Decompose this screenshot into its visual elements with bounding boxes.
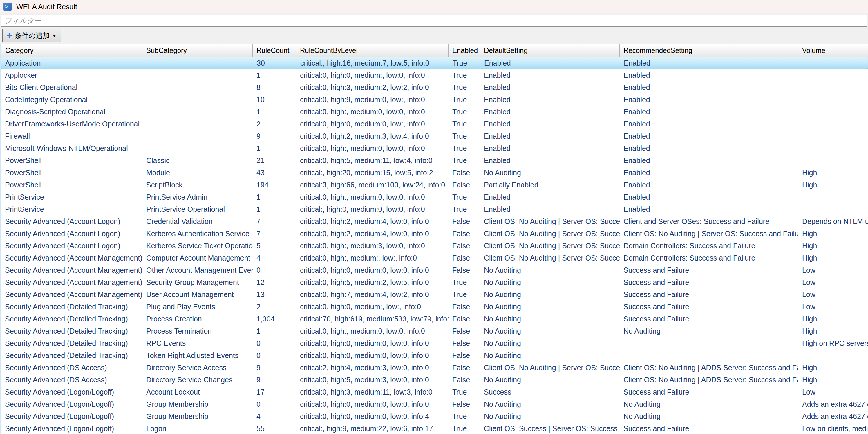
- table-row[interactable]: Security Advanced (DS Access)Directory S…: [1, 374, 868, 386]
- cell-enabled: True: [448, 193, 480, 202]
- table-row[interactable]: PowerShellModule43critical:, high:20, me…: [1, 166, 868, 179]
- cell-subcategory: User Account Management: [143, 290, 253, 299]
- table-row[interactable]: Diagnosis-Scripted Operational1critical:…: [1, 105, 868, 118]
- cell-rule_count: 0: [253, 351, 296, 360]
- cell-subcategory: Other Account Management Events: [143, 266, 253, 274]
- column-header-category[interactable]: Category: [1, 44, 143, 57]
- cell-rule_count_by_level: critical:0, high:, medium:0, low:0, info…: [296, 193, 448, 202]
- cell-rule_count: 7: [253, 217, 296, 226]
- cell-category: Security Advanced (Detailed Tracking): [1, 351, 143, 360]
- cell-rule_count: 21: [253, 156, 296, 165]
- cell-category: PowerShell: [1, 168, 143, 177]
- table-row[interactable]: Microsoft-Windows-NTLM/Operational1criti…: [1, 142, 868, 154]
- cell-default_setting: Client OS: No Auditing | Server OS: Succ…: [480, 242, 620, 250]
- cell-rule_count: 10: [253, 95, 296, 104]
- table-row[interactable]: Security Advanced (Account Management)Us…: [1, 288, 868, 301]
- cell-category: Security Advanced (DS Access): [1, 376, 143, 384]
- cell-enabled: False: [448, 229, 480, 238]
- table-row[interactable]: Bits-Client Operational8critical:0, high…: [1, 81, 868, 93]
- cell-default_setting: Enabled: [480, 132, 620, 141]
- table-row[interactable]: Security Advanced (Detailed Tracking)Tok…: [1, 349, 868, 362]
- table-row[interactable]: Security Advanced (Logon/Logoff)Logon55c…: [1, 423, 868, 434]
- table-row[interactable]: Security Advanced (Detailed Tracking)RPC…: [1, 337, 868, 349]
- table-row[interactable]: PrintServicePrintService Admin1critical:…: [1, 191, 868, 203]
- table-row[interactable]: Applocker1critical:0, high:0, medium:, l…: [1, 69, 868, 81]
- cell-subcategory: Account Lockout: [143, 388, 253, 396]
- cell-default_setting: Enabled: [480, 95, 620, 104]
- table-row[interactable]: PowerShellClassic21critical:0, high:5, m…: [1, 154, 868, 166]
- column-header-enabled[interactable]: Enabled: [448, 44, 480, 57]
- table-row[interactable]: Security Advanced (Account Logon)Kerbero…: [1, 240, 868, 252]
- table-row[interactable]: Security Advanced (Logon/Logoff)Group Me…: [1, 398, 868, 410]
- table-row[interactable]: Security Advanced (Account Management)Co…: [1, 252, 868, 264]
- filter-input[interactable]: [1, 14, 867, 27]
- cell-enabled: True: [448, 425, 480, 433]
- cell-rule_count: 55: [253, 425, 296, 433]
- cell-category: Security Advanced (Account Logon): [1, 217, 143, 226]
- cell-enabled: True: [448, 83, 480, 92]
- cell-recommended_setting: Enabled: [620, 181, 798, 189]
- table-row[interactable]: PowerShellScriptBlock194critical:3, high…: [1, 179, 868, 191]
- cell-recommended_setting: Success and Failure: [620, 303, 798, 311]
- cell-rule_count: 30: [253, 59, 297, 67]
- cell-subcategory: Kerberos Authentication Service: [143, 229, 253, 238]
- cell-category: Security Advanced (Account Logon): [1, 229, 143, 238]
- cell-default_setting: No Auditing: [480, 315, 620, 323]
- table-row[interactable]: Application30critical:, high:16, medium:…: [1, 57, 868, 69]
- cell-rule_count: 2: [253, 303, 296, 311]
- column-header-rule_count_by_level[interactable]: RuleCountByLevel: [296, 44, 448, 57]
- cell-enabled: False: [448, 364, 480, 372]
- table-row[interactable]: Security Advanced (Account Logon)Credent…: [1, 215, 868, 227]
- cell-volume: High: [798, 242, 868, 250]
- column-header-subcategory[interactable]: SubCategory: [143, 44, 253, 57]
- table-row[interactable]: Security Advanced (Account Management)Se…: [1, 276, 868, 288]
- cell-rule_count_by_level: critical:0, high:0, medium:0, low:0, inf…: [296, 400, 448, 408]
- cell-enabled: True: [448, 156, 480, 165]
- cell-default_setting: No Auditing: [480, 400, 620, 408]
- table-row[interactable]: Security Advanced (Account Management)Ot…: [1, 264, 868, 276]
- cell-category: Security Advanced (Account Management): [1, 254, 143, 262]
- table-row[interactable]: CodeIntegrity Operational10critical:0, h…: [1, 93, 868, 105]
- cell-category: CodeIntegrity Operational: [1, 95, 143, 104]
- table-row[interactable]: PrintServicePrintService Operational1cri…: [1, 203, 868, 215]
- cell-rule_count: 0: [253, 400, 296, 408]
- cell-enabled: True: [448, 205, 480, 214]
- table-row[interactable]: Security Advanced (Logon/Logoff)Account …: [1, 386, 868, 398]
- cell-rule_count: 1: [253, 144, 296, 153]
- cell-rule_count_by_level: critical:0, high:3, medium:2, low:2, inf…: [296, 83, 448, 92]
- cell-category: Diagnosis-Scripted Operational: [1, 107, 143, 116]
- cell-enabled: True: [448, 120, 480, 128]
- cell-volume: High: [798, 315, 868, 323]
- table-row[interactable]: Security Advanced (Detailed Tracking)Pro…: [1, 325, 868, 337]
- table-row[interactable]: Firewall9critical:0, high:2, medium:3, l…: [1, 130, 868, 142]
- table-row[interactable]: Security Advanced (DS Access)Directory S…: [1, 362, 868, 374]
- table-row[interactable]: Security Advanced (Logon/Logoff)Group Me…: [1, 410, 868, 423]
- column-header-rule_count[interactable]: RuleCount: [253, 44, 296, 57]
- cell-rule_count_by_level: critical:0, high:, medium:, low:, info:0: [296, 254, 448, 262]
- column-header-recommended_setting[interactable]: RecommendedSetting: [620, 44, 798, 57]
- cell-recommended_setting: Client OS: No Auditing | ADDS Server: Su…: [620, 364, 798, 372]
- cell-rule_count: 4: [253, 412, 296, 421]
- cell-recommended_setting: Enabled: [620, 193, 798, 202]
- cell-category: PowerShell: [1, 156, 143, 165]
- add-condition-button[interactable]: ✚ 条件の追加 ▼: [2, 29, 61, 42]
- cell-rule_count: 194: [253, 181, 296, 189]
- cell-recommended_setting: Success and Failure: [620, 278, 798, 287]
- cell-rule_count_by_level: critical:0, high:0, medium:, low:0, info…: [296, 71, 448, 80]
- column-header-default_setting[interactable]: DefaultSetting: [480, 44, 620, 57]
- cell-recommended_setting: Enabled: [620, 205, 798, 214]
- table-row[interactable]: Security Advanced (Detailed Tracking)Plu…: [1, 301, 868, 313]
- cell-default_setting: Enabled: [480, 107, 620, 116]
- window-title: WELA Audit Result: [16, 3, 77, 11]
- column-header-volume[interactable]: Volume: [798, 44, 868, 57]
- cell-default_setting: Enabled: [480, 144, 620, 153]
- cell-recommended_setting: Client and Server OSes: Success and Fail…: [620, 217, 798, 226]
- cell-subcategory: Group Membership: [143, 412, 253, 421]
- cell-enabled: False: [448, 376, 480, 384]
- cell-default_setting: No Auditing: [480, 266, 620, 274]
- table-row[interactable]: Security Advanced (Detailed Tracking)Pro…: [1, 313, 868, 325]
- table-row[interactable]: DriverFrameworks-UserMode Operational2cr…: [1, 118, 868, 130]
- cell-rule_count: 1: [253, 327, 296, 335]
- table-row[interactable]: Security Advanced (Account Logon)Kerbero…: [1, 227, 868, 240]
- cell-subcategory: Computer Account Management: [143, 254, 253, 262]
